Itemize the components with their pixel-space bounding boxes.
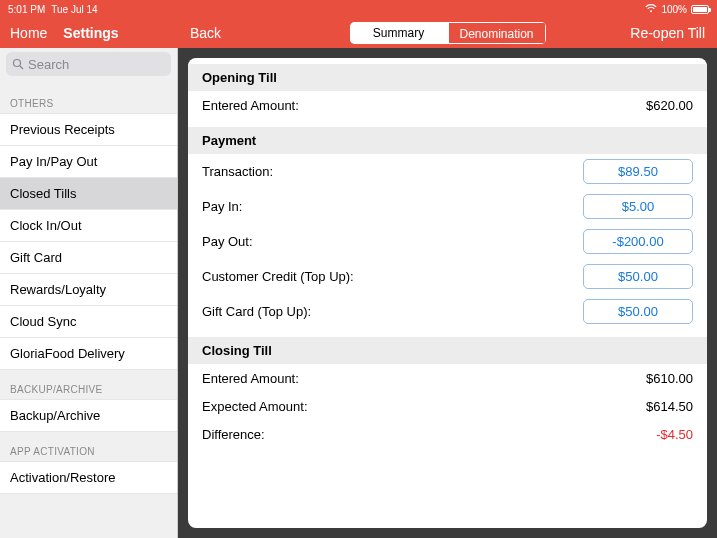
reopen-till-button[interactable]: Re-open Till (630, 25, 705, 41)
section-closing-till: Closing Till (188, 337, 707, 364)
battery-percent: 100% (661, 4, 687, 15)
value-customer-credit[interactable]: $50.00 (583, 264, 693, 289)
sidebar-item-gift-card[interactable]: Gift Card (0, 242, 177, 274)
value-closing-entered: $610.00 (646, 371, 693, 386)
label-closing-expected: Expected Amount: (202, 399, 646, 414)
label-pay-in: Pay In: (202, 199, 583, 214)
label-gift-card-topup: Gift Card (Top Up): (202, 304, 583, 319)
sidebar-item-pay-in-out[interactable]: Pay In/Pay Out (0, 146, 177, 178)
value-gift-card-topup[interactable]: $50.00 (583, 299, 693, 324)
sidebar-item-cloud-sync[interactable]: Cloud Sync (0, 306, 177, 338)
value-opening-entered: $620.00 (646, 98, 693, 113)
row-closing-expected: Expected Amount: $614.50 (188, 392, 707, 420)
row-closing-difference: Difference: -$4.50 (188, 420, 707, 448)
row-pay-out: Pay Out: -$200.00 (188, 224, 707, 259)
label-pay-out: Pay Out: (202, 234, 583, 249)
label-transaction: Transaction: (202, 164, 583, 179)
value-closing-difference: -$4.50 (656, 427, 693, 442)
value-pay-out[interactable]: -$200.00 (583, 229, 693, 254)
sidebar-item-previous-receipts[interactable]: Previous Receipts (0, 113, 177, 146)
value-closing-expected: $614.50 (646, 399, 693, 414)
row-pay-in: Pay In: $5.00 (188, 189, 707, 224)
sidebar-item-rewards[interactable]: Rewards/Loyalty (0, 274, 177, 306)
sidebar-item-gloriafood[interactable]: GloriaFood Delivery (0, 338, 177, 370)
label-closing-difference: Difference: (202, 427, 656, 442)
section-opening-till: Opening Till (188, 64, 707, 91)
battery-icon (691, 5, 709, 14)
sidebar-item-activation[interactable]: Activation/Restore (0, 461, 177, 494)
label-customer-credit: Customer Credit (Top Up): (202, 269, 583, 284)
row-opening-entered: Entered Amount: $620.00 (188, 91, 707, 119)
row-gift-card-topup: Gift Card (Top Up): $50.00 (188, 294, 707, 329)
back-button[interactable]: Back (190, 25, 221, 41)
segmented-control: Summary Denomination (350, 22, 546, 44)
label-closing-entered: Entered Amount: (202, 371, 646, 386)
value-transaction[interactable]: $89.50 (583, 159, 693, 184)
sidebar: Search OTHERS Previous Receipts Pay In/P… (0, 48, 178, 538)
section-header-backup: BACKUP/ARCHIVE (0, 370, 177, 399)
svg-line-1 (20, 66, 23, 69)
value-pay-in[interactable]: $5.00 (583, 194, 693, 219)
sidebar-item-backup[interactable]: Backup/Archive (0, 399, 177, 432)
row-closing-entered: Entered Amount: $610.00 (188, 364, 707, 392)
main-panel: Opening Till Entered Amount: $620.00 Pay… (178, 48, 717, 538)
row-customer-credit: Customer Credit (Top Up): $50.00 (188, 259, 707, 294)
nav-home[interactable]: Home (10, 25, 47, 41)
label-opening-entered: Entered Amount: (202, 98, 646, 113)
tab-summary[interactable]: Summary (350, 22, 448, 44)
summary-card: Opening Till Entered Amount: $620.00 Pay… (188, 58, 707, 528)
wifi-icon (645, 4, 657, 15)
section-payment: Payment (188, 127, 707, 154)
section-header-others: OTHERS (0, 84, 177, 113)
top-bar: Home Settings Back Summary Denomination … (0, 18, 717, 48)
nav-settings[interactable]: Settings (63, 25, 118, 41)
status-time: 5:01 PM (8, 4, 45, 15)
sidebar-item-clock-in-out[interactable]: Clock In/Out (0, 210, 177, 242)
search-input[interactable]: Search (6, 52, 171, 76)
status-date: Tue Jul 14 (51, 4, 97, 15)
search-icon (12, 58, 24, 70)
tab-denomination[interactable]: Denomination (448, 22, 546, 44)
status-bar: 5:01 PM Tue Jul 14 100% (0, 0, 717, 18)
sidebar-item-closed-tills[interactable]: Closed Tills (0, 178, 177, 210)
svg-point-0 (14, 60, 21, 67)
row-transaction: Transaction: $89.50 (188, 154, 707, 189)
section-header-activation: APP ACTIVATION (0, 432, 177, 461)
search-placeholder: Search (28, 57, 69, 72)
